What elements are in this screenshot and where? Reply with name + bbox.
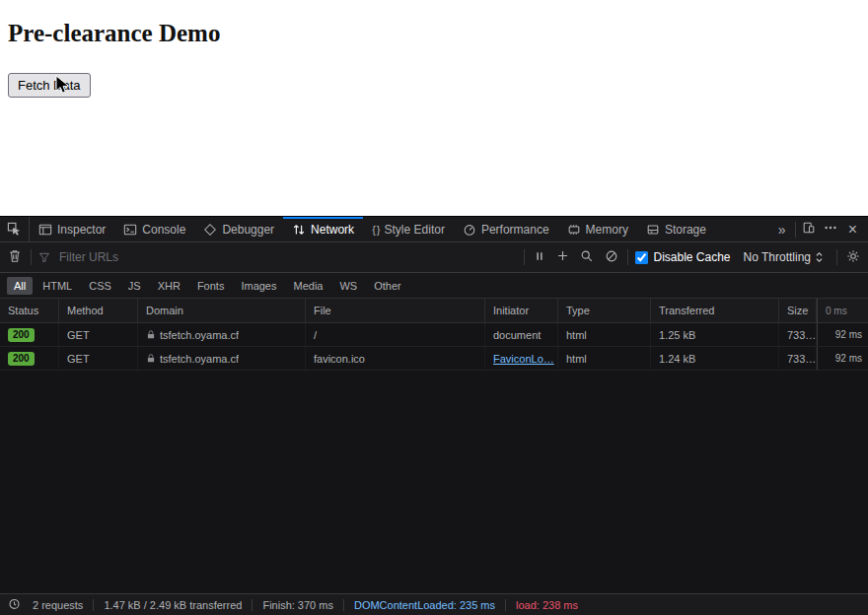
header-size[interactable]: Size <box>779 299 817 322</box>
initiator-link[interactable]: FaviconLo… <box>493 353 554 365</box>
mouse-cursor-icon <box>55 75 70 100</box>
network-statusbar: 2 requests 1.47 kB / 2.49 kB transferred… <box>0 593 868 615</box>
request-type-filters: All HTML CSS JS XHR Fonts Images Media W… <box>0 273 868 299</box>
search-icon <box>580 249 594 263</box>
disable-cache-checkbox[interactable] <box>635 251 648 264</box>
filter-js[interactable]: JS <box>121 277 148 295</box>
throttling-value: No Throttling <box>744 250 811 264</box>
filter-fonts[interactable]: Fonts <box>190 277 232 295</box>
initiator-cell: FaviconLo… <box>485 347 558 370</box>
tab-memory[interactable]: Memory <box>558 217 637 241</box>
status-badge: 200 <box>8 352 35 366</box>
tab-label: Storage <box>665 223 706 237</box>
method-cell: GET <box>59 323 138 346</box>
separator <box>627 249 628 265</box>
filter-other[interactable]: Other <box>367 277 408 295</box>
transfer-summary: 1.47 kB / 2.49 kB transferred <box>94 599 252 611</box>
tab-label: Memory <box>586 223 628 237</box>
page-title: Pre-clearance Demo <box>8 20 860 47</box>
fetch-data-button[interactable]: Fetch Data <box>8 73 91 98</box>
header-status[interactable]: Status <box>0 299 59 322</box>
plus-icon <box>556 249 569 262</box>
load-time: load: 238 ms <box>506 599 588 611</box>
search-button[interactable] <box>578 247 596 268</box>
tab-label: Style Editor <box>385 223 445 237</box>
filter-css[interactable]: CSS <box>82 277 118 295</box>
finish-time: Finish: 370 ms <box>253 599 343 611</box>
type-cell: html <box>558 347 651 370</box>
web-page: Pre-clearance Demo Fetch Data <box>0 0 868 216</box>
header-transferred[interactable]: Transferred <box>651 299 779 322</box>
timing-cell: 92 ms <box>817 323 868 346</box>
filter-images[interactable]: Images <box>234 277 283 295</box>
domain-cell: tsfetch.oyama.cf <box>138 347 306 370</box>
performance-analysis-button[interactable] <box>6 595 23 614</box>
request-row[interactable]: 200 GET tsfetch.oyama.cf favicon.ico Fav… <box>0 347 868 371</box>
devtools-panel: Inspector Console Debugger Network { } S… <box>0 216 868 615</box>
transferred-cell: 1.24 kB <box>651 347 779 370</box>
pick-element-button[interactable] <box>0 217 30 241</box>
filter-ws[interactable]: WS <box>332 277 364 295</box>
status-badge: 200 <box>8 328 35 342</box>
size-cell: 733… <box>779 323 817 346</box>
initiator-cell: document <box>485 323 558 346</box>
tab-performance[interactable]: Performance <box>454 217 558 241</box>
domain-text: tsfetch.oyama.cf <box>160 329 239 341</box>
separator <box>836 249 837 265</box>
status-cell: 200 <box>0 347 59 370</box>
debugger-icon <box>203 223 217 237</box>
tab-inspector[interactable]: Inspector <box>30 217 114 241</box>
element-picker-icon <box>7 222 22 237</box>
tab-label: Performance <box>481 223 549 237</box>
meatball-menu-button[interactable] <box>822 219 839 239</box>
header-file[interactable]: File <box>306 299 485 322</box>
devtools-tabbar: Inspector Console Debugger Network { } S… <box>0 217 868 242</box>
tab-network[interactable]: Network <box>283 217 363 241</box>
trash-icon <box>8 248 22 263</box>
request-table: Status Method Domain File Initiator Type… <box>0 299 868 593</box>
throttling-select[interactable]: No Throttling <box>738 247 830 267</box>
type-cell: html <box>558 323 651 346</box>
responsive-design-mode-button[interactable] <box>800 219 818 239</box>
timing-cell: 92 ms <box>817 347 868 370</box>
network-toolbar: Disable Cache No Throttling <box>0 242 868 273</box>
close-devtools-button[interactable]: × <box>843 221 862 239</box>
tab-console[interactable]: Console <box>114 217 194 241</box>
header-initiator[interactable]: Initiator <box>485 299 558 322</box>
filter-all[interactable]: All <box>7 277 33 295</box>
tab-storage[interactable]: Storage <box>637 217 715 241</box>
network-settings-button[interactable] <box>844 247 862 268</box>
clear-requests-button[interactable] <box>6 246 24 268</box>
tab-label: Console <box>142 223 185 237</box>
file-cell: favicon.ico <box>306 347 485 370</box>
updown-arrows-icon <box>815 251 824 263</box>
block-requests-button[interactable] <box>603 247 620 268</box>
new-request-button[interactable] <box>554 247 571 267</box>
transferred-cell: 1.25 kB <box>651 323 779 346</box>
tab-style-editor[interactable]: { } Style Editor <box>363 217 454 241</box>
tab-debugger[interactable]: Debugger <box>194 217 283 241</box>
storage-icon <box>646 223 660 237</box>
filter-xhr[interactable]: XHR <box>151 277 187 295</box>
responsive-device-icon <box>802 221 816 235</box>
memory-icon <box>567 223 581 237</box>
size-cell: 733… <box>779 347 817 370</box>
pause-traffic-button[interactable] <box>532 248 547 267</box>
filter-media[interactable]: Media <box>286 277 329 295</box>
request-row[interactable]: 200 GET tsfetch.oyama.cf / document html… <box>0 323 868 347</box>
domcontentloaded-time: DOMContentLoaded: 235 ms <box>344 599 505 611</box>
filter-urls-input[interactable] <box>57 249 517 265</box>
gear-icon <box>846 249 860 263</box>
header-type[interactable]: Type <box>558 299 651 322</box>
header-domain[interactable]: Domain <box>138 299 306 322</box>
empty-request-area <box>0 371 868 593</box>
style-editor-icon: { } <box>372 224 379 236</box>
filter-html[interactable]: HTML <box>36 277 79 295</box>
header-method[interactable]: Method <box>59 299 138 322</box>
method-cell: GET <box>59 347 138 370</box>
pause-icon <box>534 250 545 262</box>
more-tabs-button[interactable]: » <box>773 222 791 238</box>
header-timeline[interactable]: 0 ms <box>817 299 868 322</box>
separator <box>524 249 525 265</box>
lock-icon <box>146 329 156 340</box>
